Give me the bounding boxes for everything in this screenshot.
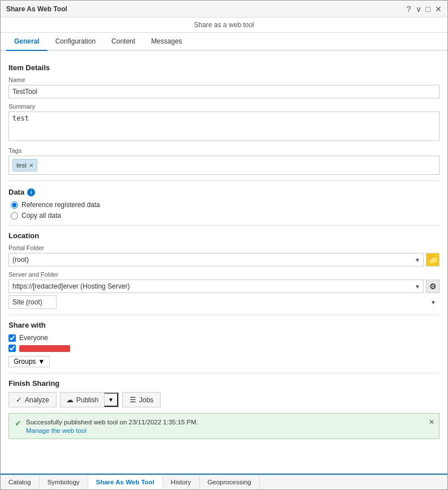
site-select-arrow-icon: ▼ (430, 299, 436, 306)
tab-configuration[interactable]: Configuration (48, 33, 104, 51)
jobs-button[interactable]: ☰ Jobs (122, 392, 161, 407)
everyone-label: Everyone (19, 334, 48, 342)
main-window: Share As Web Tool ? ∨ □ ✕ Share as a web… (0, 0, 448, 490)
share-with-title: Share with (8, 321, 440, 329)
tag-chip: test ✕ (12, 159, 37, 171)
info-icon[interactable]: i (27, 188, 35, 196)
portal-folder-label: Portal Folder (8, 244, 440, 251)
tag-label: test (16, 162, 27, 169)
finish-sharing-title: Finish Sharing (8, 379, 440, 388)
data-section: Data i (8, 188, 440, 196)
close-button[interactable]: ✕ (435, 5, 442, 14)
success-check-icon: ✔ (15, 419, 21, 428)
tab-general[interactable]: General (6, 33, 48, 51)
everyone-checkbox[interactable] (8, 334, 16, 342)
radio-reference[interactable]: Reference registered data (11, 201, 440, 209)
radio-reference-input[interactable] (11, 201, 18, 209)
title-bar: Share As Web Tool ? ∨ □ ✕ (1, 1, 447, 18)
publish-dropdown-arrow-icon: ▼ (108, 397, 114, 403)
portal-folder-row: (root) ▼ 📁 (8, 253, 440, 267)
summary-label: Summary (8, 103, 440, 110)
portal-folder-select-wrapper: (root) ▼ (8, 253, 424, 267)
analyze-icon: ✓ (16, 396, 22, 404)
portal-folder-select[interactable]: (root) (8, 253, 424, 267)
site-select[interactable]: Site (root) (8, 295, 57, 309)
manage-tool-link[interactable]: Manage the web tool (26, 427, 198, 434)
data-radio-group: Reference registered data Copy all data (11, 201, 440, 220)
server-select[interactable]: https://[redacted]erver (Hosting Server) (8, 280, 424, 293)
divider-2 (8, 225, 440, 226)
bottom-tab-share-as-web-tool[interactable]: Share As Web Tool (88, 474, 163, 489)
org-checkbox-row (8, 345, 440, 352)
server-settings-button[interactable]: ⚙ (426, 280, 440, 293)
tab-content[interactable]: Content (104, 33, 143, 51)
help-button[interactable]: ? (407, 5, 411, 14)
radio-reference-label: Reference registered data (21, 201, 100, 209)
restore-button[interactable]: □ (426, 5, 430, 14)
org-name-redacted (19, 345, 70, 352)
name-label: Name (8, 76, 440, 83)
jobs-icon: ☰ (130, 396, 136, 404)
success-banner: ✔ Successfully published web tool on 23/… (8, 413, 440, 439)
groups-label: Groups (14, 358, 36, 366)
groups-dropdown[interactable]: Groups ▼ (8, 356, 50, 367)
divider-1 (8, 180, 440, 181)
subtitle-bar: Share as a web tool (1, 18, 447, 33)
publish-icon: ☁ (66, 396, 74, 404)
server-folder-label: Server and Folder (8, 271, 440, 278)
location-title: Location (8, 231, 440, 240)
radio-copy-input[interactable] (11, 212, 18, 220)
content-area: Item Details Name Summary test Tags test… (1, 51, 447, 474)
success-close-button[interactable]: ✕ (429, 418, 434, 426)
success-content: Successfully published web tool on 23/11… (26, 418, 198, 434)
site-select-wrapper: Site (root) ▼ (8, 295, 440, 309)
org-checkbox[interactable] (8, 345, 16, 352)
jobs-label: Jobs (139, 396, 153, 404)
everyone-checkbox-row: Everyone (8, 334, 440, 342)
folder-browse-button[interactable]: 📁 (426, 253, 440, 267)
window-controls: ? ∨ □ ✕ (407, 5, 442, 14)
window-title: Share As Web Tool (6, 5, 67, 13)
publish-label: Publish (76, 396, 98, 404)
server-select-wrapper: https://[redacted]erver (Hosting Server)… (8, 280, 424, 293)
tag-remove[interactable]: ✕ (29, 162, 33, 169)
data-title: Data (8, 188, 24, 196)
publish-button[interactable]: ☁ Publish (61, 393, 104, 407)
analyze-button[interactable]: ✓ Analyze (8, 392, 57, 407)
minimize-button[interactable]: ∨ (416, 5, 421, 14)
tab-bar: General Configuration Content Messages (1, 33, 447, 51)
divider-4 (8, 373, 440, 373)
bottom-tab-geoprocessing[interactable]: Geoprocessing (200, 475, 260, 489)
bottom-tab-bar: Catalog Symbology Share As Web Tool Hist… (1, 474, 447, 489)
subtitle-text: Share as a web tool (194, 21, 254, 29)
finish-sharing-section: Finish Sharing ✓ Analyze ☁ Publish ▼ ☰ (8, 379, 440, 407)
bottom-tab-history[interactable]: History (163, 475, 200, 489)
divider-3 (8, 315, 440, 315)
finish-button-group: ✓ Analyze ☁ Publish ▼ ☰ Jobs (8, 392, 440, 407)
tab-messages[interactable]: Messages (143, 33, 190, 51)
item-details-title: Item Details (8, 63, 440, 72)
publish-dropdown-button[interactable]: ▼ (104, 393, 118, 407)
analyze-label: Analyze (25, 396, 49, 404)
bottom-tab-catalog[interactable]: Catalog (1, 475, 40, 489)
tags-box[interactable]: test ✕ (8, 156, 440, 175)
summary-input[interactable]: test (8, 111, 440, 141)
groups-arrow-icon: ▼ (38, 358, 45, 366)
name-input[interactable] (8, 85, 440, 98)
success-message: Successfully published web tool on 23/11… (26, 419, 198, 425)
radio-copy[interactable]: Copy all data (11, 212, 440, 220)
publish-split-button: ☁ Publish ▼ (60, 392, 119, 407)
radio-copy-label: Copy all data (21, 212, 61, 220)
bottom-tab-symbology[interactable]: Symbology (40, 475, 88, 489)
server-row: https://[redacted]erver (Hosting Server)… (8, 280, 440, 293)
tags-label: Tags (8, 147, 440, 154)
